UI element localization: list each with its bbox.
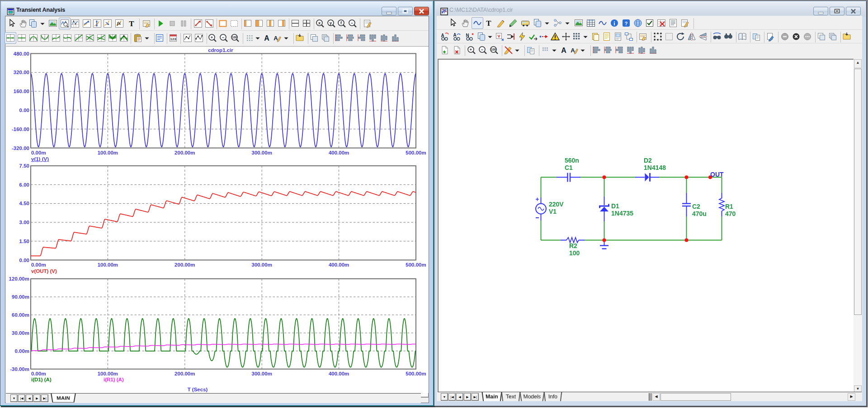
svg-text:A: A [561,47,566,54]
svg-text:−: − [481,47,483,52]
svg-text:+: + [211,35,213,40]
svg-text:100: 100 [232,36,237,39]
svg-text:A: A [264,34,269,42]
svg-text:i: i [613,20,615,27]
svg-text:A: A [453,33,456,38]
svg-text:x: x [318,21,321,25]
svg-text:A: A [441,33,444,38]
svg-text:A: A [571,47,575,54]
svg-text:y: y [330,21,332,25]
svg-text:A: A [274,35,278,42]
svg-text:T: T [486,19,491,28]
svg-text:123: 123 [170,37,176,41]
svg-text:N: N [466,33,469,38]
svg-text:100: 100 [491,48,496,51]
svg-text:fx: fx [117,21,121,26]
svg-text:−: − [222,35,224,40]
svg-text:V: V [497,34,500,38]
svg-text:−: − [351,21,353,25]
svg-text:T: T [129,19,134,28]
svg-text:f: f [340,21,342,25]
svg-text:?: ? [625,21,628,26]
svg-text:+: + [470,47,472,52]
